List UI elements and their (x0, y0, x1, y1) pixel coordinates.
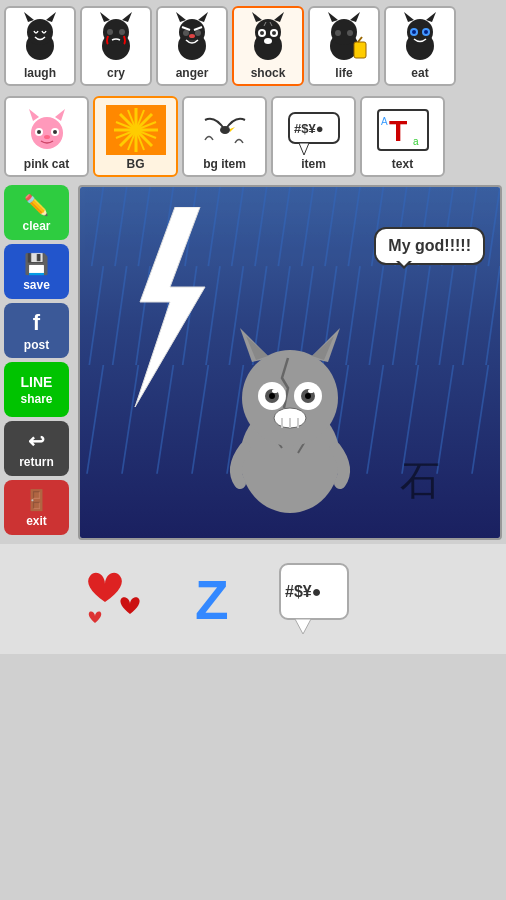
speech-icon: #$¥● (275, 554, 355, 644)
eat-icon (394, 12, 446, 64)
bg-label: BG (127, 157, 145, 171)
kanji-text: 石 (400, 458, 440, 503)
svg-marker-20 (274, 12, 284, 22)
pink-cat-icon (17, 102, 77, 157)
style-pink-cat[interactable]: pink cat (4, 96, 89, 177)
style-item[interactable]: #$¥● item (271, 96, 356, 177)
canvas-area[interactable]: My god!!!!! (78, 185, 502, 540)
svg-text:#$¥●: #$¥● (285, 583, 321, 600)
emotion-shock[interactable]: shock (232, 6, 304, 86)
svg-point-130 (305, 393, 311, 399)
cat-character-svg (210, 318, 370, 518)
svg-text:Z: Z (195, 569, 229, 631)
return-label: return (19, 455, 54, 469)
svg-point-49 (37, 130, 41, 134)
svg-marker-30 (328, 12, 338, 22)
zzz-icon: Z (175, 554, 255, 644)
svg-marker-118 (135, 207, 205, 407)
bg-item-icon (195, 102, 255, 157)
bottom-area (0, 654, 506, 794)
svg-point-129 (269, 393, 275, 399)
post-button[interactable]: f post (4, 303, 69, 358)
svg-line-87 (488, 187, 500, 266)
svg-line-35 (358, 37, 362, 42)
svg-point-132 (308, 389, 314, 393)
svg-point-50 (53, 130, 57, 134)
text-icon: T A a (373, 102, 433, 157)
emotion-anger[interactable]: anger (156, 6, 228, 86)
laugh-label: laugh (24, 66, 56, 80)
svg-line-104 (463, 266, 477, 365)
svg-point-9 (119, 29, 125, 35)
svg-marker-45 (29, 109, 39, 121)
svg-line-78 (278, 187, 290, 266)
save-icon: 💾 (24, 252, 49, 276)
clear-icon: ✏️ (24, 193, 49, 217)
svg-point-33 (347, 30, 353, 36)
eat-label: eat (411, 66, 428, 80)
svg-point-15 (195, 30, 201, 36)
svg-line-88 (89, 266, 103, 365)
cry-icon (90, 12, 142, 64)
kanji-watermark: 石 (400, 453, 440, 508)
style-bg[interactable]: BG (93, 96, 178, 177)
svg-line-80 (325, 187, 337, 266)
svg-marker-46 (55, 109, 65, 121)
svg-marker-6 (100, 12, 110, 22)
shock-icon (242, 12, 294, 64)
svg-line-102 (416, 266, 430, 365)
svg-point-131 (272, 389, 278, 393)
zzz-item[interactable]: Z (175, 554, 255, 644)
clear-label: clear (22, 219, 50, 233)
svg-marker-139 (295, 619, 311, 634)
anger-icon (166, 12, 218, 64)
svg-point-32 (335, 30, 341, 36)
items-strip: Z #$¥● (0, 544, 506, 654)
svg-point-16 (189, 34, 195, 38)
svg-marker-39 (426, 12, 436, 22)
svg-line-77 (255, 187, 267, 266)
svg-point-8 (107, 29, 113, 35)
left-toolbar: ✏️ clear 💾 save f post LINE share ↩ retu… (4, 185, 74, 540)
style-bar: pink cat BG (0, 92, 506, 181)
line-icon: LINE (21, 374, 53, 390)
facebook-icon: f (33, 310, 40, 336)
svg-text:A: A (381, 116, 388, 127)
svg-marker-64 (299, 143, 309, 155)
bg-item-label: bg item (203, 157, 246, 171)
emotion-laugh[interactable]: laugh (4, 6, 76, 86)
exit-button[interactable]: 🚪 exit (4, 480, 69, 535)
item-label: item (301, 157, 326, 171)
svg-point-29 (331, 19, 357, 45)
svg-line-103 (439, 266, 453, 365)
emotion-cry[interactable]: cry (80, 6, 152, 86)
style-bg-item[interactable]: bg item (182, 96, 267, 177)
svg-point-51 (44, 135, 50, 139)
svg-line-81 (348, 187, 360, 266)
svg-point-23 (260, 31, 264, 35)
svg-text:T: T (389, 114, 407, 147)
svg-point-1 (27, 19, 53, 45)
share-label: share (20, 392, 52, 406)
return-button[interactable]: ↩ return (4, 421, 69, 476)
svg-text:a: a (413, 136, 419, 147)
style-text[interactable]: T A a text (360, 96, 445, 177)
emotion-bar: laugh cry (0, 0, 506, 92)
exit-label: exit (26, 514, 47, 528)
svg-marker-62 (230, 127, 235, 132)
save-button[interactable]: 💾 save (4, 244, 69, 299)
emotion-life[interactable]: life (308, 6, 380, 86)
life-icon (318, 12, 370, 64)
share-button[interactable]: LINE share (4, 362, 69, 417)
svg-line-76 (232, 187, 244, 266)
speech-bubble: My god!!!!! (374, 227, 485, 265)
svg-line-106 (87, 365, 103, 474)
emotion-eat[interactable]: eat (384, 6, 456, 86)
svg-marker-31 (350, 12, 360, 22)
clear-button[interactable]: ✏️ clear (4, 185, 69, 240)
svg-marker-13 (198, 12, 208, 22)
hearts-item[interactable] (75, 554, 155, 644)
speech-item[interactable]: #$¥● (275, 554, 355, 644)
item-icon: #$¥● (284, 102, 344, 157)
svg-line-100 (369, 266, 383, 365)
